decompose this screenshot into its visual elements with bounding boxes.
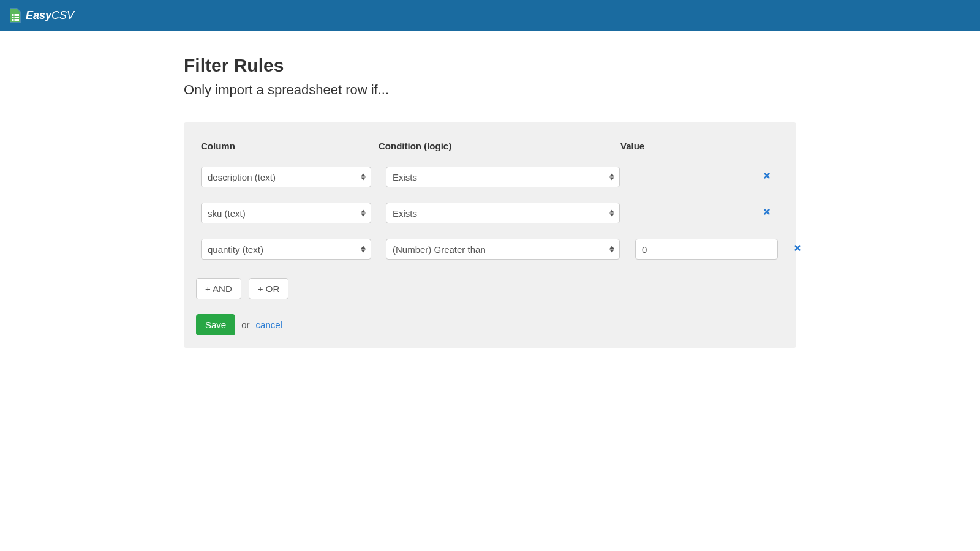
brand-logo[interactable]: EasyCSV [9,8,74,23]
action-row: Save or cancel [196,314,784,335]
delete-row-button[interactable] [763,208,771,219]
or-text: or [241,320,249,330]
svg-rect-0 [12,14,14,16]
column-select-value: sku (text) [208,208,246,219]
condition-select-value: Exists [393,172,417,182]
condition-select[interactable]: Exists [386,167,620,187]
select-arrows-icon [361,210,366,217]
column-select[interactable]: sku (text) [201,203,371,223]
cancel-link[interactable]: cancel [256,320,282,330]
add-and-button[interactable]: + AND [196,278,241,299]
svg-rect-7 [15,19,17,21]
select-arrows-icon [361,174,366,181]
delete-row-button[interactable] [793,244,802,255]
condition-select-value: Exists [393,208,417,219]
svg-rect-5 [17,17,19,18]
condition-select[interactable]: Exists [386,203,620,223]
add-button-row: + AND + OR [196,278,784,299]
brand-text: EasyCSV [26,9,74,22]
condition-select-value: (Number) Greater than [393,244,486,255]
filter-panel: Column Condition (logic) Value descripti… [184,122,796,348]
column-select-value: quantity (text) [208,244,263,255]
svg-rect-1 [15,14,17,16]
svg-rect-4 [15,17,17,18]
filter-row: description (text) Exists [196,159,784,195]
filter-table: Column Condition (logic) Value descripti… [196,135,784,267]
svg-rect-2 [17,14,19,16]
header-column: Column [201,141,379,151]
select-arrows-icon [609,174,614,181]
delete-row-button[interactable] [763,171,771,182]
spreadsheet-icon [9,8,21,23]
filter-row: sku (text) Exists [196,195,784,231]
condition-select[interactable]: (Number) Greater than [386,239,620,260]
header-value: Value [620,141,779,151]
add-or-button[interactable]: + OR [249,278,288,299]
topbar: EasyCSV [0,0,980,31]
header-condition: Condition (logic) [379,141,620,151]
svg-rect-3 [12,17,14,18]
select-arrows-icon [609,210,614,217]
main-container: Filter Rules Only import a spreadsheet r… [184,31,796,372]
svg-rect-8 [17,19,19,21]
column-select[interactable]: description (text) [201,167,371,187]
table-header: Column Condition (logic) Value [196,135,784,159]
value-input[interactable] [635,239,778,260]
page-subtitle: Only import a spreadsheet row if... [184,82,796,98]
svg-rect-6 [12,19,14,21]
save-button[interactable]: Save [196,314,235,335]
column-select[interactable]: quantity (text) [201,239,371,260]
column-select-value: description (text) [208,172,276,182]
select-arrows-icon [361,246,366,253]
select-arrows-icon [609,246,614,253]
filter-row: quantity (text) (Number) Greater than [196,231,784,267]
page-title: Filter Rules [184,55,796,76]
